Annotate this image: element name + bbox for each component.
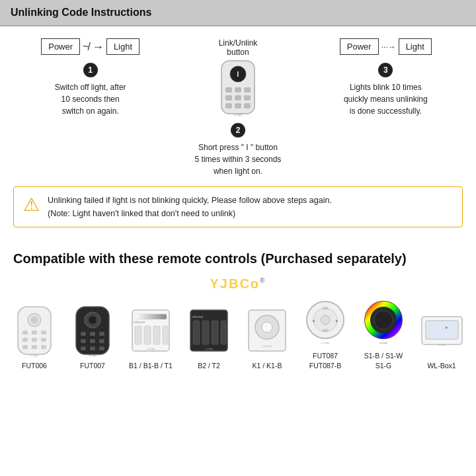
warning-text: Unlinking failed if light is not blinkin… — [48, 194, 332, 220]
svg-rect-45 — [163, 326, 168, 344]
svg-point-56 — [262, 322, 272, 333]
svg-rect-8 — [244, 95, 251, 100]
svg-point-64 — [321, 315, 330, 325]
remote-s1: mi-light S1-B / S1-WS1-G — [359, 296, 409, 370]
remote-b2-img: miboxer mi-light — [186, 305, 232, 358]
step1-power-box: Power — [41, 38, 80, 55]
svg-rect-17 — [32, 331, 37, 335]
remote-fut087-img: ON OFF ◀ ▶ mi-light — [302, 296, 348, 348]
svg-text:mi-light: mi-light — [30, 354, 40, 357]
svg-rect-33 — [90, 339, 95, 343]
remote-fut007-img: mi-light — [69, 305, 116, 358]
svg-rect-23 — [32, 345, 37, 349]
step3-text: Lights blink 10 timesquickly means unlin… — [344, 81, 428, 117]
svg-rect-11 — [244, 103, 251, 108]
svg-text:mi-light: mi-light — [437, 343, 446, 346]
svg-rect-18 — [41, 331, 46, 335]
remote-b1-img: miboxer mi-light — [128, 305, 174, 358]
svg-rect-32 — [81, 339, 86, 343]
remote-b2: miboxer mi-light B2 / T2 — [184, 305, 234, 371]
step-3: Power ∙∙∙→ Light 3 Lights blink 10 times… — [319, 38, 452, 117]
brand-text: YJBCo — [210, 276, 260, 291]
svg-rect-22 — [22, 345, 28, 349]
step3-dot-icon: ∙∙∙→ — [381, 42, 396, 52]
svg-text:I: I — [237, 71, 239, 78]
step2-link-label: Link/Unlinkbutton — [219, 38, 258, 57]
step-1: Power ~/ → Light 1 Switch off light, aft… — [24, 38, 157, 117]
svg-rect-6 — [225, 95, 232, 100]
svg-text:mi-light: mi-light — [205, 347, 214, 350]
wlbox1-svg: ▶ mi-light — [420, 315, 463, 348]
svg-rect-31 — [99, 332, 104, 336]
s1-svg: mi-light — [362, 299, 405, 345]
remote-k1: i-boxER K1 / K1-B — [243, 305, 292, 371]
fut087-svg: ON OFF ◀ ▶ mi-light — [304, 299, 347, 345]
svg-text:ON: ON — [323, 306, 328, 310]
page-header: Unlinking Code Instructions — [0, 0, 476, 26]
svg-rect-44 — [153, 326, 160, 344]
step1-arrow-icon: → — [92, 41, 104, 53]
svg-rect-20 — [32, 338, 37, 342]
svg-text:miboxer: miboxer — [134, 320, 145, 324]
svg-rect-16 — [22, 331, 28, 335]
remote-b2-label: B2 / T2 — [198, 361, 220, 371]
remote-fut087-label: FUT087FUT087-B — [309, 351, 341, 370]
brand-watermark: YJBCo® — [0, 276, 476, 292]
svg-rect-29 — [81, 332, 86, 336]
warning-box: ⚠ Unlinking failed if light is not blink… — [13, 186, 463, 227]
step1-zigzag-icon: ~/ — [83, 41, 89, 53]
svg-rect-36 — [90, 346, 95, 350]
svg-text:mi-light: mi-light — [89, 354, 98, 357]
step1-circle: 1 — [83, 63, 98, 77]
svg-rect-37 — [99, 346, 104, 350]
remote-fut006-label: FUT006 — [22, 361, 47, 371]
svg-rect-43 — [144, 326, 151, 344]
svg-rect-35 — [81, 346, 86, 350]
svg-rect-4 — [235, 87, 241, 93]
svg-point-15 — [31, 317, 38, 323]
svg-text:▶: ▶ — [336, 319, 338, 323]
b1-svg: miboxer mi-light — [131, 309, 171, 355]
svg-rect-30 — [90, 332, 95, 336]
steps-row: Power ~/ → Light 1 Switch off light, aft… — [13, 38, 463, 177]
svg-rect-10 — [235, 103, 241, 108]
svg-text:▶: ▶ — [446, 325, 448, 329]
svg-rect-40 — [135, 314, 167, 319]
svg-rect-9 — [225, 103, 232, 108]
step3-light-box: Light — [399, 38, 432, 55]
remote-fut006: mi-light FUT006 — [10, 305, 60, 371]
svg-rect-42 — [135, 326, 141, 344]
svg-point-68 — [374, 311, 393, 329]
svg-text:mi-light: mi-light — [234, 113, 243, 116]
svg-rect-19 — [22, 338, 28, 342]
remote-wlbox1: ▶ mi-light WL-Box1 — [417, 305, 467, 371]
step3-diagram: Power ∙∙∙→ Light — [340, 38, 432, 55]
svg-point-28 — [89, 316, 97, 324]
warning-icon: ⚠ — [23, 194, 40, 216]
svg-text:mi-light: mi-light — [147, 347, 156, 350]
svg-rect-7 — [235, 95, 241, 100]
compatible-title: Compatible with these remote controls (P… — [13, 250, 463, 267]
brand-registered: ® — [260, 277, 266, 284]
remotes-row: mi-light FUT006 mi-light FUT00 — [0, 296, 476, 370]
fut006-svg: mi-light — [15, 305, 54, 358]
svg-rect-52 — [221, 321, 226, 344]
remote-k1-img: i-boxER — [244, 305, 290, 358]
step2-remote-svg: I mi-light — [215, 60, 261, 119]
b2-svg: miboxer mi-light — [189, 309, 229, 355]
step2-circle: 2 — [231, 123, 245, 138]
svg-rect-21 — [41, 338, 46, 342]
remote-wlbox1-img: ▶ mi-light — [418, 305, 465, 358]
step1-diagram: Power ~/ → Light — [41, 38, 139, 55]
step3-circle: 3 — [378, 63, 393, 77]
svg-rect-49 — [193, 321, 200, 344]
svg-rect-3 — [225, 87, 232, 93]
remote-b1: miboxer mi-light B1 / B1-B / T1 — [126, 305, 176, 371]
step-2: Link/Unlinkbutton I mi-light — [178, 38, 298, 177]
step1-light-box: Light — [106, 38, 139, 55]
page-title: Unlinking Code Instructions — [11, 7, 151, 18]
svg-text:i-boxER: i-boxER — [262, 344, 272, 348]
svg-text:◀: ◀ — [312, 319, 315, 323]
svg-text:mi-light: mi-light — [379, 341, 388, 344]
fut007-svg: mi-light — [73, 305, 112, 358]
